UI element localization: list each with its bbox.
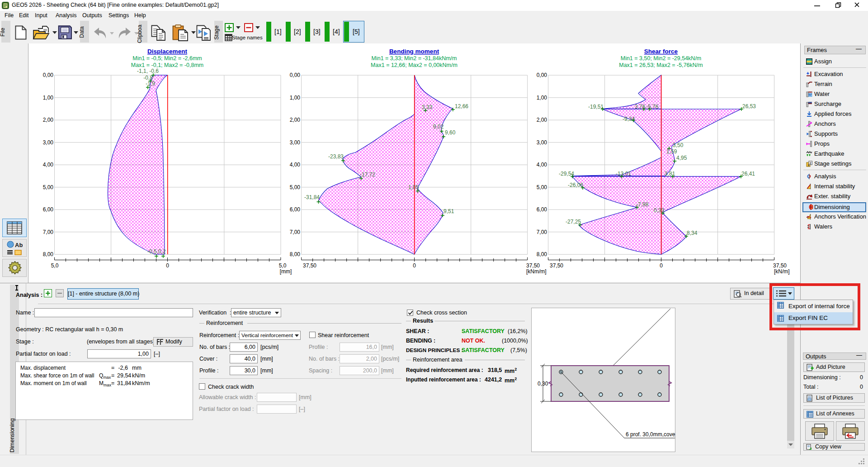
svg-text:8,00: 8,00	[43, 251, 54, 257]
svg-text:0,00: 0,00	[290, 72, 301, 78]
svg-text:-0,5,0,2: -0,5,0,2	[147, 248, 166, 255]
svg-text:0,33: 0,33	[654, 207, 665, 214]
svg-text:Ab: Ab	[15, 242, 23, 248]
svg-text:0: 0	[166, 262, 169, 269]
svg-text:37,50: 37,50	[303, 262, 316, 269]
svg-text:37,50: 37,50	[773, 262, 787, 269]
svg-text:1,00: 1,00	[537, 95, 547, 101]
svg-text:3,00: 3,00	[290, 139, 301, 146]
svg-text:-19,51: -19,51	[588, 104, 604, 110]
svg-text:-0,8: -0,8	[143, 75, 153, 81]
svg-text:9,60: 9,60	[445, 129, 456, 136]
svg-text:3,50: 3,50	[673, 142, 684, 148]
svg-text:-29,54: -29,54	[559, 171, 574, 177]
svg-text:Max1 = 12,66; Max2 = 0,00kNm/m: Max1 = 12,66; Max2 = 0,00kNm/m	[371, 62, 458, 68]
svg-text:3,33: 3,33	[422, 104, 433, 110]
svg-text:-27,25: -27,25	[566, 219, 581, 225]
svg-text:-26,06: -26,06	[568, 182, 583, 188]
svg-text:4,95: 4,95	[676, 155, 687, 161]
svg-text:2: 2	[810, 161, 812, 165]
svg-text:5,00: 5,00	[43, 184, 54, 191]
svg-text:37,50: 37,50	[550, 262, 563, 269]
svg-text:Max1 = -0,1; Max2 = -0,8mm: Max1 = -0,1; Max2 = -0,8mm	[131, 62, 203, 68]
svg-text:Max1 = 26,53; Max2 = -5,76kN/m: Max1 = 26,53; Max2 = -5,76kN/m	[619, 62, 703, 68]
svg-text:-23,83: -23,83	[328, 153, 344, 160]
svg-text:0,30: 0,30	[538, 381, 548, 387]
svg-text:8,00: 8,00	[290, 251, 301, 257]
svg-text:[kNm/m]: [kNm/m]	[526, 268, 547, 275]
svg-text:9,02: 9,02	[433, 124, 444, 130]
svg-text:2,00: 2,00	[43, 117, 54, 123]
svg-text:6,00: 6,00	[290, 206, 301, 213]
svg-text:Min1 = 3,50; Min2 = -29,54kN/m: Min1 = 3,50; Min2 = -29,54kN/m	[621, 55, 702, 62]
svg-text:-17,72: -17,72	[360, 172, 375, 178]
svg-text:7,00: 7,00	[290, 229, 301, 235]
svg-text:3,81: 3,81	[665, 171, 675, 177]
svg-text:1,05: 1,05	[408, 184, 419, 191]
svg-text:1,59: 1,59	[666, 148, 677, 155]
svg-text:-5,76: -5,76	[646, 104, 659, 110]
svg-text:0,00: 0,00	[43, 72, 54, 78]
svg-text:1,00: 1,00	[43, 95, 54, 101]
svg-text:9,51: 9,51	[443, 208, 454, 214]
svg-text:0: 0	[660, 262, 663, 269]
svg-text:6 prof. 30,0mm,cove: 6 prof. 30,0mm,cove	[626, 431, 675, 438]
svg-text:1,00: 1,00	[290, 95, 301, 101]
svg-text:0: 0	[413, 262, 416, 269]
svg-text:6,00: 6,00	[43, 206, 54, 213]
svg-text:5,00: 5,00	[537, 184, 547, 191]
svg-text:[mm]: [mm]	[280, 268, 292, 275]
svg-text:2,00: 2,00	[537, 117, 547, 123]
svg-text:5,0: 5,0	[279, 262, 287, 269]
svg-text:Min1 = 3,33; Min2 = -31,84kNm/: Min1 = 3,33; Min2 = -31,84kNm/m	[372, 55, 457, 62]
svg-text:Displacement: Displacement	[147, 48, 187, 55]
svg-text:37,50: 37,50	[526, 262, 540, 269]
svg-text:26,41: 26,41	[741, 171, 755, 177]
svg-text:3,00: 3,00	[537, 139, 547, 146]
svg-text:4,00: 4,00	[43, 162, 54, 168]
svg-text:8,34: 8,34	[687, 230, 698, 236]
svg-text:-9,34: -9,34	[623, 116, 635, 122]
svg-text:6,00: 6,00	[537, 206, 547, 213]
svg-text:4,00: 4,00	[537, 162, 547, 168]
svg-text:Shear force: Shear force	[644, 48, 678, 55]
svg-text:[kN/m]: [kN/m]	[774, 268, 790, 275]
svg-text:Bending moment: Bending moment	[389, 48, 439, 55]
svg-text:8,00: 8,00	[537, 251, 547, 257]
svg-text:3,76: 3,76	[635, 104, 646, 110]
svg-text:26,53: 26,53	[742, 103, 756, 110]
svg-text:12,66: 12,66	[455, 103, 468, 110]
svg-text:7,00: 7,00	[537, 229, 547, 235]
svg-text:7,00: 7,00	[43, 229, 54, 235]
svg-text:5,0: 5,0	[51, 262, 59, 269]
svg-text:0,00: 0,00	[537, 72, 547, 78]
svg-text:5,00: 5,00	[290, 184, 301, 191]
svg-text:3,00: 3,00	[43, 139, 54, 146]
svg-text:-1,9: -1,9	[146, 81, 155, 87]
svg-text:4,00: 4,00	[290, 162, 301, 168]
svg-text:-1,1, -0,6: -1,1, -0,6	[137, 68, 159, 74]
svg-text:-13,01: -13,01	[616, 171, 631, 177]
svg-text:-31,84: -31,84	[304, 194, 320, 200]
svg-text:2,00: 2,00	[290, 117, 301, 123]
svg-text:Min1 = -0,5; Min2 = -2,6mm: Min1 = -0,5; Min2 = -2,6mm	[132, 55, 202, 62]
svg-text:-7,98: -7,98	[636, 201, 649, 208]
